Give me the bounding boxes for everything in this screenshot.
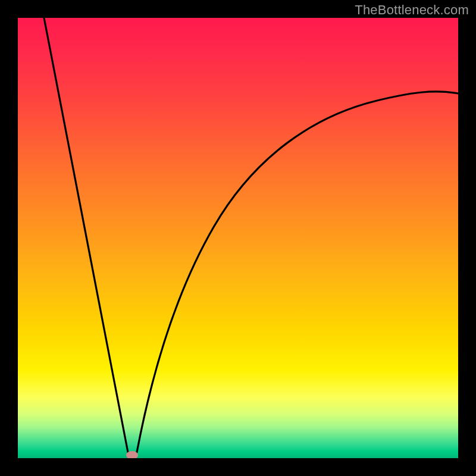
curve-svg (18, 18, 458, 458)
plot-area (18, 18, 458, 458)
bottleneck-curve (44, 18, 458, 456)
watermark-text: TheBottleneck.com (355, 2, 469, 18)
plot-inner (18, 18, 458, 458)
chart-frame: TheBottleneck.com (0, 0, 476, 476)
